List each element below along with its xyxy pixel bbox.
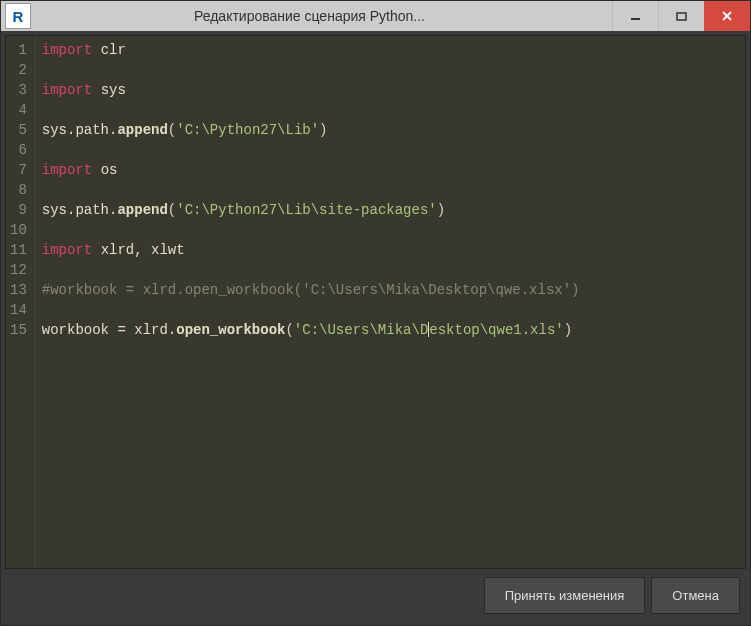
minimize-icon — [630, 11, 641, 22]
line-number: 2 — [8, 60, 31, 80]
cancel-button[interactable]: Отмена — [651, 577, 740, 614]
code-line[interactable]: workbook = xlrd.open_workbook('C:\Users\… — [42, 320, 580, 340]
maximize-icon — [676, 11, 687, 22]
line-number: 8 — [8, 180, 31, 200]
code-line[interactable]: sys.path.append('C:\Python27\Lib') — [42, 120, 580, 140]
python-editor-window: R Редактирование сценария Python... 1234… — [0, 0, 751, 626]
token-str: 'C:\Users\Mika\D — [294, 322, 428, 338]
titlebar[interactable]: R Редактирование сценария Python... — [1, 1, 750, 31]
line-number: 7 — [8, 160, 31, 180]
minimize-button[interactable] — [612, 1, 658, 31]
code-line[interactable]: import clr — [42, 40, 580, 60]
token-str: 'C:\Python27\Lib' — [176, 122, 319, 138]
line-number: 3 — [8, 80, 31, 100]
line-number-gutter: 123456789101112131415 — [6, 36, 36, 568]
token-id: workbook = xlrd. — [42, 322, 176, 338]
token-id: sys.path. — [42, 122, 118, 138]
code-line[interactable] — [42, 220, 580, 240]
token-fn: append — [117, 202, 167, 218]
line-number: 9 — [8, 200, 31, 220]
code-line[interactable]: import xlrd, xlwt — [42, 240, 580, 260]
token-id: sys.path. — [42, 202, 118, 218]
token-kw: import — [42, 162, 101, 178]
code-editor[interactable]: 123456789101112131415 import clr import … — [5, 35, 746, 569]
line-number: 13 — [8, 280, 31, 300]
token-fn: append — [117, 122, 167, 138]
app-icon: R — [5, 3, 31, 29]
code-line[interactable] — [42, 60, 580, 80]
code-area[interactable]: import clr import sys sys.path.append('C… — [36, 36, 586, 568]
token-str: 'C:\Python27\Lib\site-packages' — [176, 202, 436, 218]
line-number: 4 — [8, 100, 31, 120]
line-number: 12 — [8, 260, 31, 280]
code-line[interactable]: import os — [42, 160, 580, 180]
app-icon-letter: R — [13, 8, 24, 25]
window-title: Редактирование сценария Python... — [37, 8, 612, 24]
code-line[interactable] — [42, 100, 580, 120]
token-punc: ( — [285, 322, 293, 338]
token-cm: #workbook = xlrd.open_workbook('C:\Users… — [42, 282, 580, 298]
editor-container: 123456789101112131415 import clr import … — [1, 31, 750, 625]
code-line[interactable] — [42, 300, 580, 320]
token-kw: import — [42, 242, 101, 258]
token-punc: ) — [319, 122, 327, 138]
close-icon — [721, 10, 733, 22]
line-number: 15 — [8, 320, 31, 340]
token-id: clr — [101, 42, 126, 58]
line-number: 11 — [8, 240, 31, 260]
window-controls — [612, 1, 750, 31]
token-punc: ( — [168, 202, 176, 218]
token-punc: ) — [564, 322, 572, 338]
dialog-button-bar: Принять изменения Отмена — [5, 569, 746, 621]
line-number: 6 — [8, 140, 31, 160]
code-line[interactable] — [42, 140, 580, 160]
token-id: sys — [101, 82, 126, 98]
code-line[interactable]: import sys — [42, 80, 580, 100]
line-number: 14 — [8, 300, 31, 320]
token-punc: ( — [168, 122, 176, 138]
close-button[interactable] — [704, 1, 750, 31]
maximize-button[interactable] — [658, 1, 704, 31]
line-number: 10 — [8, 220, 31, 240]
token-fn: open_workbook — [176, 322, 285, 338]
code-line[interactable]: sys.path.append('C:\Python27\Lib\site-pa… — [42, 200, 580, 220]
code-line[interactable] — [42, 260, 580, 280]
token-id: os — [101, 162, 118, 178]
code-line[interactable]: #workbook = xlrd.open_workbook('C:\Users… — [42, 280, 580, 300]
accept-button[interactable]: Принять изменения — [484, 577, 646, 614]
token-kw: import — [42, 82, 101, 98]
token-str: esktop\qwe1.xls' — [429, 322, 563, 338]
line-number: 5 — [8, 120, 31, 140]
svg-rect-1 — [677, 13, 686, 20]
token-kw: import — [42, 42, 101, 58]
code-line[interactable] — [42, 180, 580, 200]
line-number: 1 — [8, 40, 31, 60]
token-id: xlrd, xlwt — [101, 242, 185, 258]
token-punc: ) — [437, 202, 445, 218]
